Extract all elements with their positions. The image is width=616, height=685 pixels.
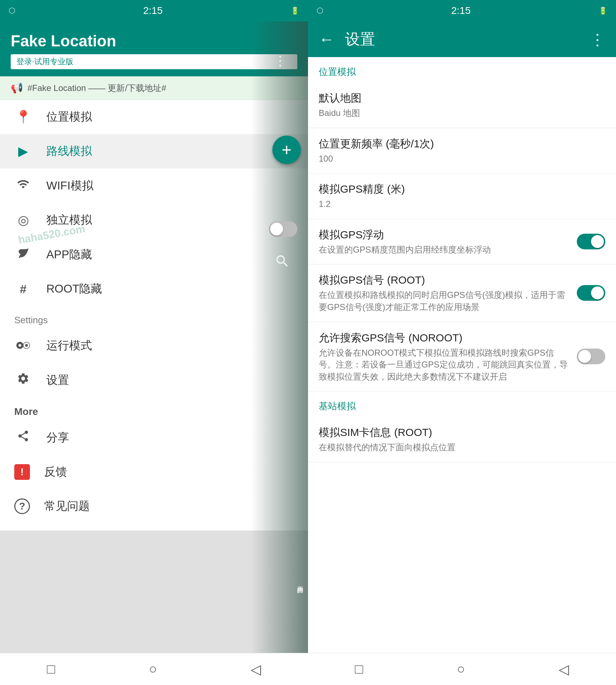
sidebar-item-label-root-hide: ROOT隐藏 [46,281,102,297]
overlay-toggle[interactable] [269,221,297,237]
run-mode-icon [14,338,32,353]
sidebar-item-label-app-hide: APP隐藏 [46,247,92,263]
update-freq-subtitle: 100 [319,153,598,165]
back-button[interactable]: ← [319,30,334,48]
gps-float-toggle[interactable] [577,234,605,249]
default-map-subtitle: Baidu 地图 [319,107,598,119]
sim-card-text: 模拟SIM卡信息 (ROOT) 在模拟替代的情况下面向模拟点位置 [319,425,605,453]
sidebar-item-label-faq: 常见问题 [44,498,90,514]
left-panel-wrapper: Fake Location 登录·试用专业版 📢 #Fake Location … [0,21,308,653]
right-nav-back[interactable]: ◁ [548,658,580,681]
gps-float-text: 模拟GPS浮动 在设置的GPS精度范围内启用经纬度坐标浮动 [319,228,577,256]
login-badge[interactable]: 登录·试用专业版 [11,54,297,69]
settings-item-gps-float[interactable]: 模拟GPS浮动 在设置的GPS精度范围内启用经纬度坐标浮动 [308,219,616,265]
right-nav-circle[interactable]: ○ [446,658,476,680]
settings-page-title: 设置 [345,29,375,49]
sidebar-item-standalone[interactable]: ◎ 独立模拟 [0,203,308,237]
sidebar-item-share[interactable]: 分享 [0,420,308,455]
sidebar-item-feedback[interactable]: ! 反馈 [0,455,308,489]
sidebar-item-settings[interactable]: 设置 [0,363,308,397]
base-station-sim-header: 基站模拟 [308,391,616,417]
status-bar-row: ⬡ 2:15 🔋 ⬡ 2:15 🔋 [0,0,616,21]
gps-signal-text: 模拟GPS信号 (ROOT) 在位置模拟和路线模拟的同时启用GPS信号(强度)模… [319,273,577,313]
sidebar-item-label-share: 分享 [46,430,69,446]
three-dots-menu[interactable]: ⋮ [274,54,287,68]
settings-item-gps-signal[interactable]: 模拟GPS信号 (ROOT) 在位置模拟和路线模拟的同时启用GPS信号(强度)模… [308,264,616,322]
notification-icon: 📢 [11,82,23,94]
svg-point-1 [19,344,21,347]
settings-section-header: Settings [0,306,308,329]
left-bottom-nav: □ ○ ◁ [0,653,308,685]
gps-accuracy-subtitle: 1.2 [319,198,598,210]
search-gps-toggle[interactable] [577,349,605,364]
location-icon: 📍 [14,110,32,125]
left-status-icon: ⬡ [9,6,15,15]
settings-item-default-map[interactable]: 默认地图 Baidu 地图 [308,82,616,128]
sim-card-title: 模拟SIM卡信息 (ROOT) [319,425,598,440]
wifi-icon [14,178,32,194]
left-nav-circle[interactable]: ○ [138,658,168,680]
more-section-header: More [0,397,308,420]
left-nav-back[interactable]: ◁ [240,658,272,681]
sidebar-item-app-hide[interactable]: APP隐藏 [0,237,308,272]
update-freq-text: 位置更新频率 (毫秒/1次) 100 [319,137,605,165]
gps-accuracy-text: 模拟GPS精度 (米) 1.2 [319,182,605,210]
fab-add-button[interactable]: + [272,136,301,164]
gps-accuracy-title: 模拟GPS精度 (米) [319,182,598,197]
sidebar-item-label-run-mode: 运行模式 [46,338,92,354]
gps-float-title: 模拟GPS浮动 [319,228,570,242]
right-header: ← 设置 ⋮ [308,21,616,57]
left-nav-square[interactable]: □ [36,658,66,680]
sidebar-item-root-hide[interactable]: # ROOT隐藏 [0,272,308,306]
settings-nav-icon [14,372,32,388]
right-panel: ← 设置 ⋮ 位置模拟 默认地图 Baidu 地图 位置更新频率 (毫秒/1次)… [308,21,616,653]
settings-item-gps-accuracy[interactable]: 模拟GPS精度 (米) 1.2 [308,173,616,219]
right-nav-square[interactable]: □ [344,658,374,680]
search-icon[interactable] [274,253,290,272]
standalone-icon: ◎ [14,213,32,228]
settings-content: 位置模拟 默认地图 Baidu 地图 位置更新频率 (毫秒/1次) 100 模拟… [308,57,616,653]
right-header-menu[interactable]: ⋮ [590,30,605,49]
sidebar-item-route[interactable]: ▶ 路线模拟 [0,134,308,168]
left-panel: Fake Location 登录·试用专业版 📢 #Fake Location … [0,21,308,531]
location-sim-header: 位置模拟 [308,57,616,82]
right-bottom-nav: □ ○ ◁ [308,653,616,685]
search-gps-subtitle: 允许设备在NOROOT模式下模拟位置和模拟路线时搜索GPS信号。注意：若设备一旦… [319,347,570,383]
left-status-time: 2:15 [143,5,163,16]
gps-float-subtitle: 在设置的GPS精度范围内启用经纬度坐标浮动 [319,244,570,256]
sidebar-item-run-mode[interactable]: 运行模式 [0,329,308,363]
search-gps-title: 允许搜索GPS信号 (NOROOT) [319,331,570,345]
feedback-icon: ! [14,464,30,480]
sidebar-item-label-feedback: 反馈 [44,464,67,480]
right-battery-icon: 🔋 [599,6,607,15]
settings-item-sim-card[interactable]: 模拟SIM卡信息 (ROOT) 在模拟替代的情况下面向模拟点位置 [308,417,616,462]
left-header: Fake Location 登录·试用专业版 [0,21,308,76]
root-hide-icon: # [14,282,32,296]
left-battery-icon: 🔋 [291,6,299,15]
gps-signal-title: 模拟GPS信号 (ROOT) [319,273,570,288]
app-title: Fake Location [11,32,297,50]
sidebar-item-label-standalone: 独立模拟 [46,212,92,228]
gps-signal-toggle[interactable] [577,285,605,301]
right-status-time: 2:15 [451,5,471,16]
sidebar-item-label-route: 路线模拟 [46,143,92,159]
nav-section: 📍 位置模拟 ▶ 路线模拟 WIFI模拟 ◎ 独立模拟 [0,100,308,531]
sidebar-item-faq[interactable]: ? 常见问题 [0,489,308,523]
route-icon: ▶ [14,144,32,159]
settings-item-update-freq[interactable]: 位置更新频率 (毫秒/1次) 100 [308,128,616,174]
default-map-text: 默认地图 Baidu 地图 [319,91,605,119]
app-hide-icon [14,247,32,263]
main-content: Fake Location 登录·试用专业版 📢 #Fake Location … [0,21,616,653]
sidebar-item-location[interactable]: 📍 位置模拟 [0,100,308,134]
sidebar-item-wifi[interactable]: WIFI模拟 [0,168,308,203]
update-freq-title: 位置更新频率 (毫秒/1次) [319,137,598,151]
share-icon [14,430,32,446]
sidebar-item-label-settings: 设置 [46,372,69,388]
sim-card-subtitle: 在模拟替代的情况下面向模拟点位置 [319,441,598,453]
sidebar-item-label-location: 位置模拟 [46,109,92,125]
settings-item-search-gps[interactable]: 允许搜索GPS信号 (NOROOT) 允许设备在NOROOT模式下模拟位置和模拟… [308,322,616,392]
search-gps-text: 允许搜索GPS信号 (NOROOT) 允许设备在NOROOT模式下模拟位置和模拟… [319,331,577,383]
notification-text: #Fake Location —— 更新/下载地址# [27,82,166,94]
gps-signal-subtitle: 在位置模拟和路线模拟的同时启用GPS信号(强度)模拟，适用于需要GPS信号(强度… [319,289,570,313]
default-map-title: 默认地图 [319,91,598,106]
